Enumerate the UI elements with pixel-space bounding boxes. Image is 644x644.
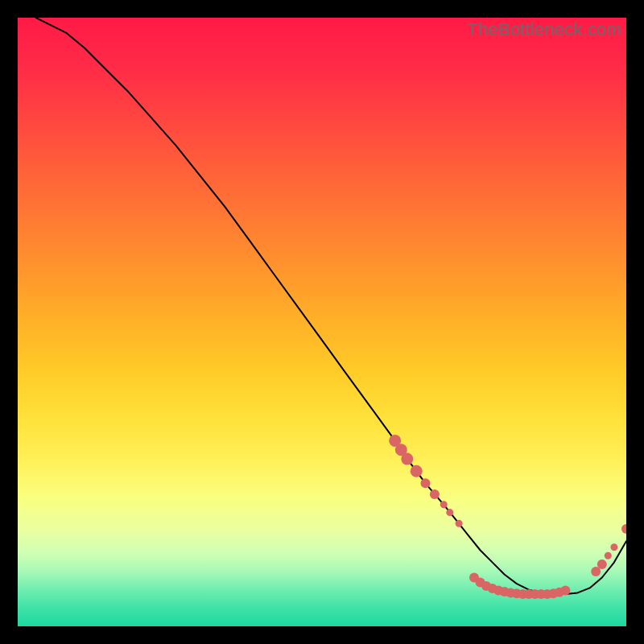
background-gradient [18, 18, 626, 626]
watermark-text: TheBottleneck.com [467, 19, 621, 40]
chart-frame: TheBottleneck.com [18, 18, 626, 626]
plot-area: TheBottleneck.com [18, 18, 626, 626]
